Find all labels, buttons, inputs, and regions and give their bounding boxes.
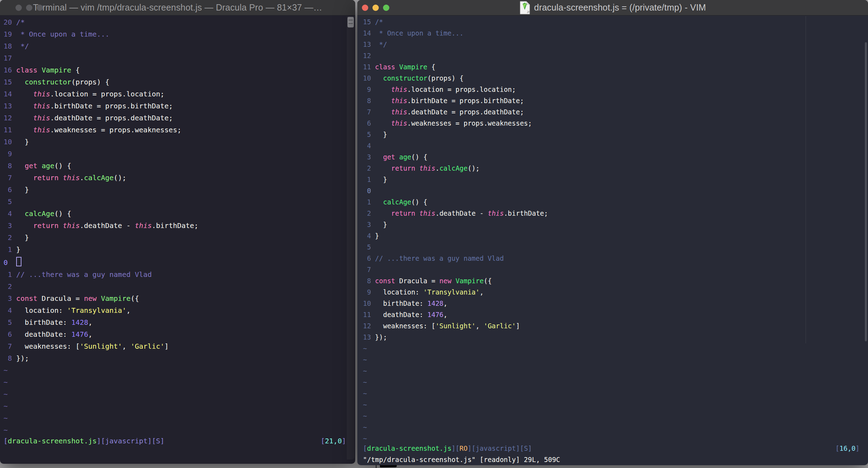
code-token [97,294,101,303]
code-token: .weaknesses = props.weaknesses; [50,126,181,134]
code-token: birthDate: [16,318,71,327]
desktop: { "shared_code": [ [{"t":"/*","c":"c"}],… [0,0,868,468]
code-token: , [476,322,484,330]
tilde-marker: ~ [363,367,367,375]
code-line: 3const Dracula = new Vampire({ [4,292,355,304]
code-token: RO [460,444,468,452]
code-token: } [16,185,29,194]
code-text: const Dracula = new Vampire({ [375,277,492,285]
code-text: */ [16,42,29,50]
code-token: this [391,108,407,116]
line-number: 4 [363,140,371,151]
code-token [375,198,383,206]
code-token: [ [835,444,839,452]
line-number: 6 [4,184,12,196]
code-token: calcAge [439,164,467,172]
code-text: // ...there was a guy named Vlad [16,270,152,279]
macvim-titlebar[interactable]: JS dracula-screenshot.js = (/private/tmp… [357,0,868,15]
line-number: 12 [363,320,371,331]
line-number: 5 [363,129,371,140]
code-token: this [33,114,50,122]
scrollbar-thumb[interactable] [347,17,354,27]
code-text: return this.deathDate - this.birthDate; [375,209,548,217]
code-token: dracula-screenshot.js [8,437,97,445]
empty-buffer-line: ~ [363,410,868,422]
code-token: /* [375,18,383,26]
code-token [16,78,25,86]
code-token: 16,0 [840,444,856,452]
terminal-titlebar[interactable]: Terminal — vim /tmp/dracula-screenshot.j… [0,0,355,15]
line-number: 2 [4,280,12,292]
code-token: () { [411,153,427,161]
code-token: ][ [97,437,105,445]
line-number: 13 [4,100,12,112]
minimize-button[interactable] [372,5,379,11]
code-token: const [375,277,395,285]
code-line: 5 [363,241,868,253]
line-number: 10 [363,72,371,84]
code-token [375,74,383,82]
close-button[interactable] [15,5,22,11]
code-token: ][ [147,437,156,445]
code-line: 0 [4,255,355,268]
code-text: this.location = props.location; [375,86,516,93]
terminal-text-area[interactable]: 20/*19 * Once upon a time...18 */1716cla… [0,15,355,436]
code-token [395,153,399,161]
code-token: .birthDate = props.birthDate; [407,97,524,105]
code-line: 19 * Once upon a time... [4,28,355,40]
empty-buffer-line: ~ [363,354,868,365]
line-number: 15 [363,16,371,27]
code-token: birthDate: [375,299,427,307]
code-token: Vampire [399,63,427,71]
line-number: 2 [363,208,371,219]
code-token: get [25,162,37,170]
code-line: 8 get age() { [4,160,355,172]
empty-buffer-line: ~ [4,412,355,424]
code-token: 'Transylvania' [423,288,480,296]
zoom-button[interactable] [383,5,389,11]
code-token: this [419,209,435,217]
code-token: return [391,209,415,217]
code-line: 2 return this.calcAge(); [363,163,868,174]
code-text: weaknesses: ['Sunlight', 'Garlic'] [16,342,169,350]
svg-text:JS: JS [527,10,530,14]
zoom-button[interactable] [37,5,43,11]
code-token: }); [16,354,29,362]
tilde-marker: ~ [363,356,367,363]
line-number: 7 [363,264,371,275]
code-text: return this.calcAge(); [375,164,479,172]
line-number: 19 [4,28,12,40]
code-token [59,173,63,182]
code-token: 'Sunlight' [435,322,476,330]
code-token: S [524,444,528,452]
code-line: 3 return this.deathDate - this.birthDate… [4,220,355,232]
line-number: 3 [4,220,12,232]
scrollbar-track[interactable] [347,16,355,460]
code-token [16,162,25,170]
line-number: 10 [4,136,12,148]
close-button[interactable] [362,5,368,11]
vim-text-area[interactable]: 15/*14 * Once upon a time...13 */1211cla… [357,15,868,444]
scrollbar-thumb[interactable] [865,42,867,341]
code-line: 12 weaknesses: ['Sunlight', 'Garlic'] [363,320,868,331]
code-token [375,153,383,161]
code-token [16,173,33,182]
statusline-cursor-position: [16,0] [835,443,860,454]
line-number: 4 [4,304,12,316]
code-token: , [122,342,130,350]
code-token: class [16,66,37,74]
line-number: 2 [363,163,371,174]
code-text: deathDate: 1476, [16,330,92,339]
minimize-button[interactable] [26,5,32,11]
code-token: * Once upon a time... [375,29,464,37]
code-token: Dracula = [37,294,84,303]
code-token: .deathDate - [80,221,135,230]
line-number: 14 [4,88,12,100]
code-token [37,66,42,74]
code-token [375,86,391,93]
code-token: new [439,277,451,285]
tilde-marker: ~ [4,378,8,386]
tilde-marker: ~ [4,402,8,410]
code-text: get age() { [16,162,71,170]
line-number: 12 [363,50,371,61]
